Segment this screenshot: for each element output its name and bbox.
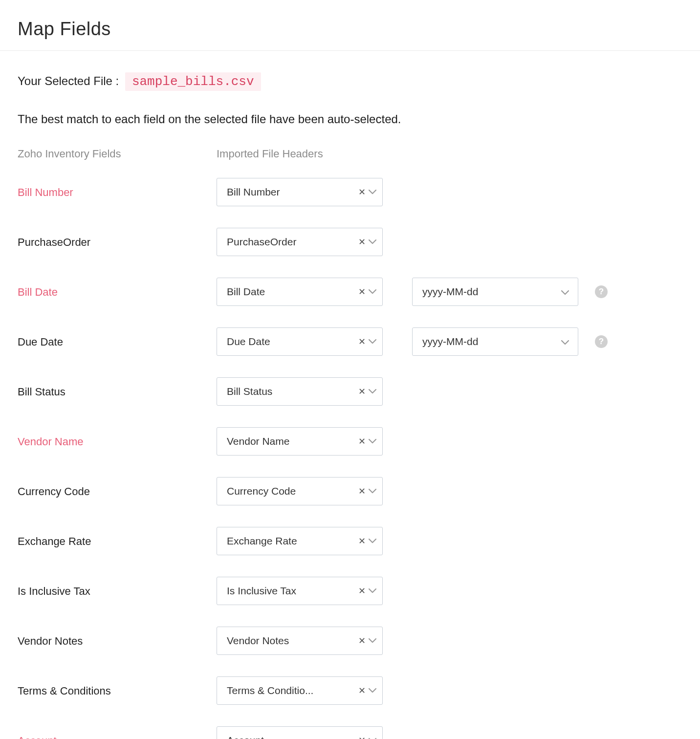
chevron-down-icon — [369, 688, 376, 693]
date-format-value: yyyy-MM-dd — [422, 336, 558, 348]
chevron-down-icon — [369, 439, 376, 444]
chevron-down-icon — [369, 239, 376, 244]
column-headers: Zoho Inventory Fields Imported File Head… — [18, 148, 700, 160]
clear-icon[interactable]: ✕ — [358, 487, 366, 496]
clear-icon[interactable]: ✕ — [358, 387, 366, 396]
field-row: Exchange RateExchange Rate✕ — [18, 527, 700, 555]
chevron-down-icon — [369, 539, 376, 543]
field-label: Vendor Name — [18, 435, 217, 448]
header-select[interactable]: Terms & Conditio...✕ — [217, 676, 383, 705]
field-row: AccountAccount✕ — [18, 726, 700, 739]
field-label: Vendor Notes — [18, 634, 217, 648]
field-row: Terms & ConditionsTerms & Conditio...✕ — [18, 676, 700, 705]
field-row: Is Inclusive TaxIs Inclusive Tax✕ — [18, 577, 700, 605]
selected-file-line: Your Selected File : sample_bills.csv — [18, 72, 700, 91]
header-select-value: Is Inclusive Tax — [227, 585, 353, 597]
column-header-right: Imported File Headers — [217, 148, 412, 160]
field-row: PurchaseOrderPurchaseOrder✕ — [18, 228, 700, 256]
header-select-value: Currency Code — [227, 485, 353, 497]
field-label: Terms & Conditions — [18, 684, 217, 697]
header-select-value: Exchange Rate — [227, 535, 353, 547]
field-row: Bill DateBill Date✕yyyy-MM-dd? — [18, 278, 700, 306]
date-format-value: yyyy-MM-dd — [422, 286, 558, 298]
help-icon[interactable]: ? — [595, 285, 608, 298]
header-select-value: PurchaseOrder — [227, 236, 353, 248]
clear-icon[interactable]: ✕ — [358, 686, 366, 695]
header-select[interactable]: Exchange Rate✕ — [217, 527, 383, 555]
header-select[interactable]: Bill Status✕ — [217, 377, 383, 406]
help-icon[interactable]: ? — [595, 335, 608, 348]
field-label: Bill Date — [18, 285, 217, 299]
header-select-value: Due Date — [227, 336, 353, 348]
chevron-down-icon — [369, 489, 376, 494]
chevron-down-icon — [369, 289, 376, 294]
chevron-down-icon — [561, 286, 569, 298]
clear-icon[interactable]: ✕ — [358, 188, 366, 196]
date-format-select[interactable]: yyyy-MM-dd — [412, 278, 578, 306]
field-label: Bill Number — [18, 185, 217, 199]
clear-icon[interactable]: ✕ — [358, 736, 366, 739]
header-select-value: Bill Date — [227, 286, 353, 298]
header-select-value: Terms & Conditio... — [227, 685, 353, 696]
field-row: Vendor NotesVendor Notes✕ — [18, 627, 700, 655]
field-label: Is Inclusive Tax — [18, 584, 217, 598]
selected-file-label: Your Selected File : — [18, 74, 119, 87]
header-select-value: Bill Number — [227, 186, 353, 198]
date-format-select[interactable]: yyyy-MM-dd — [412, 327, 578, 356]
chevron-down-icon — [561, 336, 569, 348]
header-select-value: Bill Status — [227, 386, 353, 397]
field-label: Exchange Rate — [18, 534, 217, 548]
field-row: Currency CodeCurrency Code✕ — [18, 477, 700, 505]
field-label: PurchaseOrder — [18, 235, 217, 249]
chevron-down-icon — [369, 638, 376, 643]
field-row: Bill NumberBill Number✕ — [18, 178, 700, 206]
header-select[interactable]: Currency Code✕ — [217, 477, 383, 505]
header-select[interactable]: Bill Number✕ — [217, 178, 383, 206]
clear-icon[interactable]: ✕ — [358, 537, 366, 545]
field-label: Due Date — [18, 335, 217, 348]
clear-icon[interactable]: ✕ — [358, 437, 366, 446]
column-header-left: Zoho Inventory Fields — [18, 148, 217, 160]
clear-icon[interactable]: ✕ — [358, 636, 366, 645]
header-select-value: Vendor Notes — [227, 635, 353, 647]
field-row: Vendor NameVendor Name✕ — [18, 427, 700, 456]
header-select[interactable]: Is Inclusive Tax✕ — [217, 577, 383, 605]
clear-icon[interactable]: ✕ — [358, 587, 366, 595]
chevron-down-icon — [369, 588, 376, 593]
header-select[interactable]: Account✕ — [217, 726, 383, 739]
chevron-down-icon — [369, 339, 376, 344]
field-row: Due DateDue Date✕yyyy-MM-dd? — [18, 327, 700, 356]
selected-file-name: sample_bills.csv — [125, 72, 261, 91]
auto-select-help-text: The best match to each field on the sele… — [18, 112, 700, 126]
header-select-value: Vendor Name — [227, 435, 353, 447]
header-select[interactable]: Due Date✕ — [217, 327, 383, 356]
header-select-value: Account — [227, 735, 353, 739]
field-label: Account — [18, 734, 217, 739]
header-select[interactable]: Bill Date✕ — [217, 278, 383, 306]
header-select[interactable]: Vendor Notes✕ — [217, 627, 383, 655]
header-select[interactable]: PurchaseOrder✕ — [217, 228, 383, 256]
field-label: Currency Code — [18, 484, 217, 498]
chevron-down-icon — [369, 389, 376, 394]
chevron-down-icon — [369, 190, 376, 195]
header-select[interactable]: Vendor Name✕ — [217, 427, 383, 456]
clear-icon[interactable]: ✕ — [358, 337, 366, 346]
field-row: Bill StatusBill Status✕ — [18, 377, 700, 406]
clear-icon[interactable]: ✕ — [358, 238, 366, 246]
field-label: Bill Status — [18, 385, 217, 398]
clear-icon[interactable]: ✕ — [358, 287, 366, 296]
page-title: Map Fields — [0, 0, 700, 50]
